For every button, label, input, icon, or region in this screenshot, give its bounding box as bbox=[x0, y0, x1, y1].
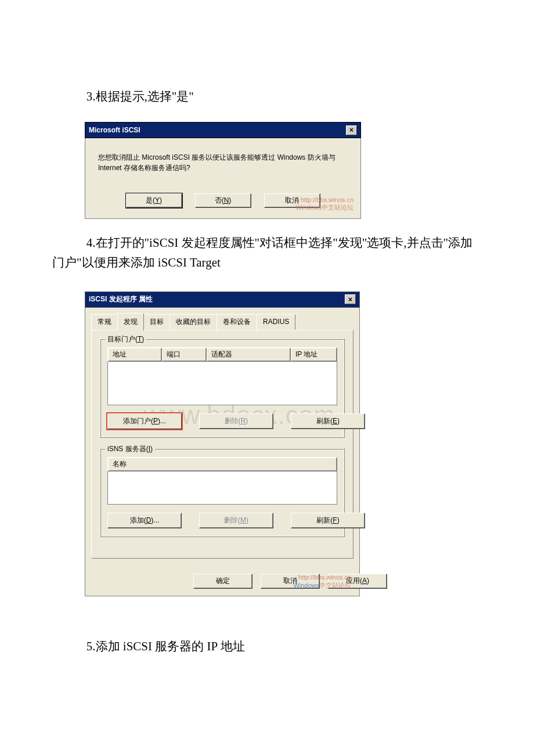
delete-portal-button: 删除(R) bbox=[199, 413, 273, 429]
paragraph-4-text: 4.在打开的"iSCSI 发起程度属性"对话框中选择"发现"选项卡,并点击"添加… bbox=[52, 236, 472, 269]
msgbox-message: 您想取消阻止 Microsoft iSCSI 服务以便让该服务能够透过 Wind… bbox=[98, 152, 348, 174]
tab-panel-discover: 目标门户(T) 地址 端口 适配器 IP 地址 添加门户(P)... 删除(R)… bbox=[91, 330, 353, 559]
no-button[interactable]: 否(N) bbox=[195, 193, 251, 208]
tab-discover[interactable]: 发现 bbox=[117, 313, 144, 330]
tab-volumes[interactable]: 卷和设备 bbox=[217, 314, 257, 330]
tab-targets[interactable]: 目标 bbox=[143, 314, 170, 330]
cancel-button[interactable]: 取消 bbox=[261, 574, 320, 588]
close-icon[interactable]: × bbox=[345, 294, 356, 304]
tab-radius[interactable]: RADIUS bbox=[257, 314, 295, 330]
iscsi-initiator-properties-dialog: iSCSI 发起程序 属性 × 常规 发现 目标 收藏的目标 卷和设备 RADI… bbox=[85, 291, 360, 596]
msgbox-button-row: 是(Y) 否(N) 取消 bbox=[98, 193, 348, 208]
portals-list-header: 地址 端口 适配器 IP 地址 bbox=[107, 347, 337, 362]
paragraph-5: 5.添加 iSCSI 服务器的 IP 地址 bbox=[52, 637, 482, 657]
refresh-isns-button[interactable]: 刷新(F) bbox=[291, 513, 365, 528]
delete-isns-button: 删除(M) bbox=[199, 513, 273, 528]
apply-button: 应用(A) bbox=[328, 574, 387, 588]
properties-footer: 确定 取消 应用(A) bbox=[91, 574, 353, 588]
msgbox-title: Microsoft iSCSI bbox=[89, 125, 346, 136]
msgbox-titlebar: Microsoft iSCSI × bbox=[85, 122, 361, 138]
ok-button[interactable]: 确定 bbox=[193, 574, 252, 588]
col-adapter[interactable]: 适配器 bbox=[207, 348, 291, 361]
portals-list-body[interactable] bbox=[107, 362, 337, 405]
close-icon[interactable]: × bbox=[346, 125, 357, 135]
add-portal-button[interactable]: 添加门户(P)... bbox=[107, 413, 182, 429]
col-port[interactable]: 端口 bbox=[162, 348, 207, 361]
msgbox-iscsi-firewall: Microsoft iSCSI × 您想取消阻止 Microsoft iSCSI… bbox=[85, 122, 361, 219]
tab-strip: 常规 发现 目标 收藏的目标 卷和设备 RADIUS bbox=[91, 312, 353, 330]
cancel-button[interactable]: 取消 bbox=[264, 193, 320, 208]
col-ip[interactable]: IP 地址 bbox=[291, 348, 337, 361]
group-isns-legend: iSNS 服务器(I) bbox=[105, 444, 155, 455]
isns-button-row: 添加(D)... 删除(M) 刷新(F) bbox=[107, 513, 337, 528]
group-target-portals: 目标门户(T) 地址 端口 适配器 IP 地址 添加门户(P)... 删除(R)… bbox=[100, 339, 345, 438]
properties-body: 常规 发现 目标 收藏的目标 卷和设备 RADIUS 目标门户(T) 地址 端口… bbox=[85, 308, 360, 596]
col-address[interactable]: 地址 bbox=[108, 348, 162, 361]
isns-list-body[interactable] bbox=[107, 471, 337, 505]
group-target-portals-legend: 目标门户(T) bbox=[105, 334, 146, 345]
paragraph-4-line1: 4.在打开的"iSCSI 发起程度属性"对话框中选择"发现"选项卡,并点击"添加… bbox=[52, 233, 482, 272]
add-isns-button[interactable]: 添加(D)... bbox=[107, 513, 182, 528]
refresh-portals-button[interactable]: 刷新(E) bbox=[291, 413, 365, 429]
yes-button[interactable]: 是(Y) bbox=[126, 193, 182, 208]
document-page: 3.根据提示,选择"是" Microsoft iSCSI × 您想取消阻止 Mi… bbox=[0, 0, 534, 719]
group-isns-servers: iSNS 服务器(I) 名称 添加(D)... 删除(M) 刷新(F) bbox=[100, 448, 345, 537]
isns-list-header: 名称 bbox=[107, 457, 337, 471]
portals-button-row: 添加门户(P)... 删除(R) 刷新(E) bbox=[107, 413, 337, 429]
tab-general[interactable]: 常规 bbox=[91, 314, 118, 330]
paragraph-3: 3.根据提示,选择"是" bbox=[52, 87, 482, 107]
col-name[interactable]: 名称 bbox=[108, 458, 337, 471]
msgbox-body: 您想取消阻止 Microsoft iSCSI 服务以便让该服务能够透过 Wind… bbox=[85, 138, 361, 219]
properties-title: iSCSI 发起程序 属性 bbox=[89, 294, 345, 305]
tab-favorites[interactable]: 收藏的目标 bbox=[169, 314, 217, 330]
properties-titlebar: iSCSI 发起程序 属性 × bbox=[85, 291, 360, 307]
